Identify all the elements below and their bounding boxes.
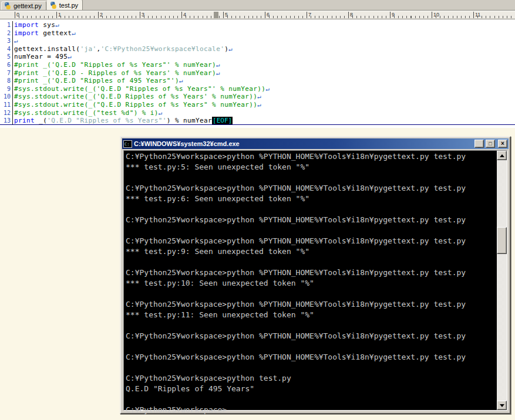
console-line: C:¥Python25¥workspace>python %PYTHON_HOM…	[126, 236, 496, 246]
ruler-number: 2	[98, 12, 103, 18]
code-line-text: #print _('Q.E.D "Ripples of %s Years"' %…	[13, 61, 220, 69]
console-line: C:¥Python25¥workspace>python %PYTHON_HOM…	[126, 299, 496, 310]
code-segment: #print _('Q.E.D "Ripples of 495 Years"')	[14, 77, 179, 84]
console-line	[126, 363, 496, 373]
minimize-button[interactable]: _	[474, 140, 484, 148]
code-segment: #print _('Q.E.D "Ripples of %s Years"' %…	[14, 61, 216, 69]
console-line: *** test.py:9: Seen unexpected token "%"	[126, 246, 496, 257]
code-segment: #sys.stdout.write(_("Q.E.D Ripples of %s…	[14, 101, 257, 109]
console-line: C:¥Python25¥workspace>python %PYTHON_HOM…	[126, 352, 496, 363]
ruler-number: 10	[432, 12, 439, 18]
close-icon: ×	[501, 141, 504, 147]
console-line	[126, 172, 496, 183]
scrollbar-thumb[interactable]	[497, 227, 507, 254]
console-line	[126, 225, 496, 236]
code-segment: #sys.stdout.write(_('Q.E.D "Ripples of %…	[14, 85, 265, 93]
newline-mark-icon: ↵	[68, 53, 72, 60]
code-segment: #sys.stdout.write(_("test %d") % i)	[14, 109, 159, 117]
code-line-13: 13print _('Q.E.D "Ripples of %s Years"')…	[0, 117, 515, 125]
scroll-up-button[interactable]	[497, 151, 507, 160]
line-number: 2	[0, 29, 13, 38]
cmd-title-bar[interactable]: C: C:¥WINDOWS¥system32¥cmd.exe _ □ ×	[122, 138, 509, 149]
newline-mark-icon: ↵	[216, 61, 220, 69]
code-line-12: 12#sys.stdout.write(_("test %d") % i)↵	[0, 109, 515, 117]
console-output-area[interactable]: C:¥Python25¥workspace>python %PYTHON_HOM…	[123, 150, 507, 411]
code-line-text: print _('Q.E.D "Ripples of %s Years"') %…	[13, 117, 233, 124]
newline-mark-icon: ↵	[14, 37, 18, 45]
ruler-number: 4	[181, 12, 186, 18]
close-button[interactable]: ×	[498, 140, 507, 148]
column-ruler: 01234567891011	[0, 11, 515, 19]
newline-mark-icon: ↵	[216, 69, 220, 77]
code-line-text: numYear = 495↵	[13, 53, 72, 61]
triangle-down-icon	[500, 404, 504, 407]
code-line-text: import gettext↵	[13, 29, 76, 38]
newline-mark-icon: ↵	[72, 29, 76, 37]
code-line-11: 11#sys.stdout.write(_("Q.E.D Ripples of …	[0, 101, 515, 109]
cmd-window-title: C:¥WINDOWS¥system32¥cmd.exe	[134, 140, 473, 147]
code-segment: #sys.stdout.write(_('Q.E.D Ripples of %s…	[14, 93, 257, 100]
code-line-text: #sys.stdout.write(_('Q.E.D Ripples of %s…	[13, 93, 261, 101]
maximize-button[interactable]: □	[486, 140, 495, 148]
python-icon	[50, 2, 57, 9]
code-line-2: 2import gettext↵	[0, 29, 515, 38]
line-number: 11	[0, 101, 13, 109]
newline-mark-icon: ↵	[179, 77, 183, 84]
line-number: 5	[0, 53, 13, 61]
ruler-number: 5	[223, 12, 228, 18]
newline-mark-icon: ↵	[159, 109, 163, 117]
vertical-scrollbar[interactable]	[497, 151, 507, 410]
newline-mark-icon: ↵	[228, 45, 233, 53]
ruler-number: 1	[56, 12, 61, 18]
scroll-down-button[interactable]	[497, 401, 507, 410]
maximize-icon: □	[489, 141, 492, 147]
tab-gettext.py[interactable]: gettext.py	[1, 1, 46, 10]
code-segment: gettext.install(	[14, 45, 80, 53]
code-line-text: ↵	[13, 37, 18, 45]
code-line-text: import sys↵	[13, 21, 59, 29]
ruler-number: 8	[348, 12, 353, 18]
editor-tab-bar: gettext.pytest.py	[0, 0, 515, 11]
ruler-number: 7	[307, 12, 311, 18]
console-line: Q.E.D "Ripples of 495 Years"	[126, 384, 496, 394]
code-line-5: 5numYear = 495↵	[0, 53, 515, 61]
code-line-9: 9#sys.stdout.write(_('Q.E.D "Ripples of …	[0, 85, 515, 93]
newline-mark-icon: ↵	[257, 101, 261, 109]
console-line: *** test.py:11: Seen unexpected token "%…	[126, 310, 496, 320]
console-line	[126, 257, 496, 267]
ruler-number: 6	[265, 12, 270, 18]
cmd-window: C: C:¥WINDOWS¥system32¥cmd.exe _ □ × C:¥…	[120, 136, 511, 414]
code-segment: 'C:¥Python25¥workspace¥locale'	[101, 45, 225, 53]
triangle-up-icon	[500, 154, 504, 157]
code-segment: ) % numYear	[167, 117, 212, 124]
console-line: C:¥Python25¥workspace>	[126, 405, 496, 415]
console-line	[126, 289, 496, 299]
tab-test.py[interactable]: test.py	[47, 0, 83, 10]
code-line-text: gettext.install('ja','C:¥Python25¥worksp…	[13, 45, 233, 53]
console-line: C:¥Python25¥workspace>python test.py	[126, 373, 496, 384]
cmd-app-icon[interactable]: C:	[123, 140, 132, 148]
code-line-7: 7#print _('Q.E.D - Ripples of %s Years' …	[0, 69, 515, 77]
console-line: C:¥Python25¥workspace>python %PYTHON_HOM…	[126, 151, 496, 162]
code-segment: numYear = 495	[14, 53, 68, 60]
line-number: 8	[0, 77, 13, 85]
code-line-1: 1import sys↵	[0, 21, 515, 29]
tab-label: gettext.py	[14, 2, 42, 9]
eof-marker: [EOF]	[212, 117, 233, 124]
code-editor: gettext.pytest.py 01234567891011 1import…	[0, 0, 515, 128]
console-text: C:¥Python25¥workspace>python %PYTHON_HOM…	[126, 151, 496, 415]
svg-text:C:: C:	[124, 142, 129, 147]
code-text-area[interactable]: 1import sys↵2import gettext↵3↵4gettext.i…	[0, 20, 515, 128]
code-line-4: 4gettext.install('ja','C:¥Python25¥works…	[0, 45, 515, 53]
code-line-text: #sys.stdout.write(_("Q.E.D Ripples of %s…	[13, 101, 261, 109]
code-line-3: 3↵	[0, 37, 515, 45]
line-number: 4	[0, 45, 13, 53]
code-line-text: #sys.stdout.write(_('Q.E.D "Ripples of %…	[13, 85, 270, 93]
code-segment: 'ja'	[80, 45, 96, 53]
code-segment: #print _('Q.E.D - Ripples of %s Years' %…	[14, 69, 216, 77]
ruler-number: 0	[15, 12, 19, 18]
minimize-icon: _	[477, 143, 480, 148]
line-number: 7	[0, 69, 13, 77]
console-line: C:¥Python25¥workspace>python %PYTHON_HOM…	[126, 183, 496, 194]
code-line-6: 6#print _('Q.E.D "Ripples of %s Years"' …	[0, 61, 515, 69]
